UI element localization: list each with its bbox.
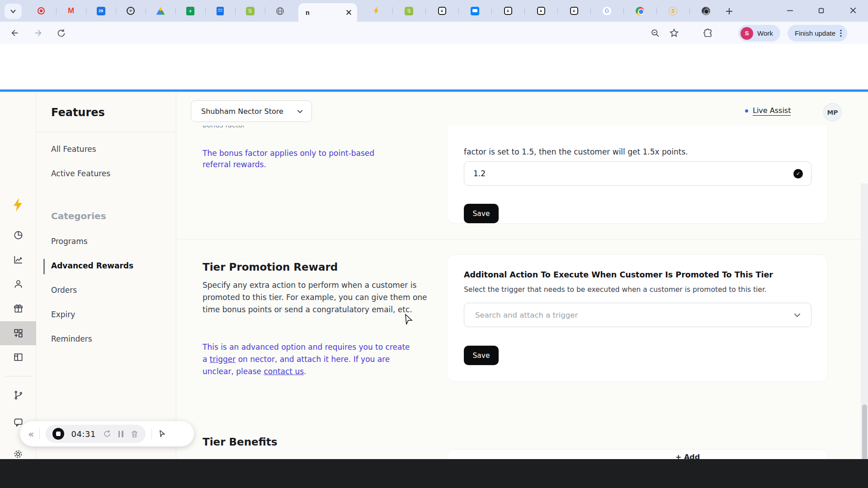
- pointer-icon: [158, 429, 167, 438]
- save-trigger-button[interactable]: Save: [464, 346, 499, 365]
- user-avatar[interactable]: MP: [823, 103, 842, 122]
- profile-chip[interactable]: S Work: [738, 25, 780, 42]
- sidebar-item-advanced-rewards[interactable]: Advanced Rewards: [51, 261, 133, 270]
- reload-button[interactable]: [54, 26, 68, 40]
- gift-icon: [13, 303, 24, 314]
- tab-screen-recorder[interactable]: [26, 0, 56, 22]
- extensions-button[interactable]: [700, 26, 716, 40]
- live-assist-link[interactable]: Live Assist: [745, 106, 791, 116]
- rail-item-analytics[interactable]: [0, 250, 36, 268]
- tab-chrome-dark[interactable]: [689, 0, 722, 22]
- app-header: Shubham Nector Store Live Assist MP: [176, 92, 868, 126]
- new-tab-button[interactable]: [722, 5, 736, 18]
- cursor-tool-button[interactable]: [158, 429, 167, 438]
- tab-nector-bolt[interactable]: [359, 0, 392, 22]
- rail-item-rewards[interactable]: [0, 299, 36, 317]
- rail-item-integrations[interactable]: [0, 386, 36, 404]
- tab-notebook-4[interactable]: +: [557, 0, 590, 22]
- swirl-icon: S: [669, 7, 677, 15]
- sidebar-title: Features: [51, 106, 105, 119]
- window-minimize-button[interactable]: [779, 0, 800, 21]
- bookmark-button[interactable]: [666, 26, 682, 40]
- tab-close-icon[interactable]: [346, 9, 352, 15]
- back-button[interactable]: [8, 26, 22, 40]
- finish-update-label: Finish update: [795, 29, 835, 37]
- tab-notebook-2[interactable]: +: [491, 0, 524, 22]
- trigger-select[interactable]: Search and attach a trigger: [464, 303, 811, 327]
- page-scrollbar-thumb[interactable]: [862, 404, 867, 459]
- pause-recording-button[interactable]: [118, 431, 123, 437]
- rail-item-settings[interactable]: [0, 445, 36, 459]
- browser-menu-icon[interactable]: [840, 30, 842, 37]
- bonus-factor-card: factor is set to 1.5, then the customer …: [447, 110, 828, 224]
- browser-tab-strip: M 29 ✳ + S n S + + + + G S: [0, 0, 868, 22]
- notebook-plus-icon: +: [537, 7, 545, 15]
- active-tab-nector[interactable]: n: [298, 3, 357, 22]
- shopify-icon: S: [246, 7, 255, 15]
- store-selector[interactable]: Shubham Nector Store: [191, 100, 312, 122]
- save-bonus-factor-button[interactable]: Save: [464, 204, 499, 223]
- finish-update-button[interactable]: Finish update: [788, 25, 847, 42]
- rail-item-customers[interactable]: [0, 275, 36, 293]
- tab-search-button[interactable]: [5, 4, 22, 19]
- sidebar-item-programs[interactable]: Programs: [51, 237, 88, 246]
- tab-shopify[interactable]: S: [235, 0, 265, 22]
- sidebar-item-active-features[interactable]: Active Features: [51, 169, 110, 178]
- search-tabs-button[interactable]: [647, 26, 663, 40]
- pie-chart-icon: [13, 230, 24, 240]
- notebook-plus-icon: +: [504, 7, 512, 15]
- live-dot-icon: [745, 109, 748, 113]
- gmail-icon: M: [66, 6, 75, 15]
- bonus-factor-helper-text: factor is set to 1.5, then the customer …: [464, 147, 688, 156]
- sidebar-item-expiry[interactable]: Expiry: [51, 310, 75, 319]
- rail-item-pages[interactable]: [0, 348, 36, 366]
- tab-docs[interactable]: [205, 0, 235, 22]
- tab-google[interactable]: G: [590, 0, 623, 22]
- valid-check-icon: ✓: [793, 169, 803, 178]
- stop-recording-button[interactable]: [52, 428, 64, 440]
- recorder-controls: 04:31: [46, 425, 145, 443]
- window-close-button[interactable]: [843, 0, 863, 21]
- window-maximize-button[interactable]: [811, 0, 831, 21]
- note-text: .: [304, 367, 306, 376]
- tier-benefits-heading: Tier Benefits: [203, 436, 277, 448]
- nector-logo[interactable]: [0, 196, 36, 214]
- chrome-dark-icon: [702, 7, 710, 15]
- nector-app: Features All Features Active Features Ca…: [0, 92, 868, 459]
- collapse-recorder-button[interactable]: «: [28, 428, 34, 440]
- recording-timer: 04:31: [71, 429, 95, 439]
- tab-sheets[interactable]: +: [175, 0, 205, 22]
- profile-name: Work: [757, 29, 773, 37]
- tab-swirl[interactable]: S: [656, 0, 689, 22]
- sidebar-item-orders[interactable]: Orders: [51, 286, 77, 295]
- star-icon: [669, 28, 679, 38]
- trigger-link[interactable]: trigger: [210, 355, 236, 364]
- tab-notebook-1[interactable]: +: [425, 0, 458, 22]
- tab-chrome[interactable]: [623, 0, 656, 22]
- tab-drive[interactable]: [146, 0, 175, 22]
- sidebar-item-all-features[interactable]: All Features: [51, 145, 96, 154]
- sidebar-item-reminders[interactable]: Reminders: [51, 334, 92, 343]
- tab-gmail[interactable]: M: [56, 0, 86, 22]
- tab-notebook-3[interactable]: +: [524, 0, 557, 22]
- tab-chatgpt[interactable]: ✳: [116, 0, 146, 22]
- additional-action-subtext: Select the trigger that needs to be exec…: [464, 286, 767, 294]
- additional-action-card: Additonal Action To Execute When Custome…: [447, 254, 828, 382]
- tab-globe[interactable]: [265, 0, 295, 22]
- shopify-icon: S: [405, 7, 413, 15]
- tab-calendar[interactable]: 29: [86, 0, 116, 22]
- forward-button[interactable]: [31, 26, 45, 40]
- additional-action-heading: Additonal Action To Execute When Custome…: [464, 270, 773, 279]
- windows-taskbar: 9+ 24°C Mostly cloudy Search X 3: [0, 459, 868, 488]
- bonus-factor-input[interactable]: 1.2 ✓: [464, 161, 811, 186]
- contact-us-link[interactable]: contact us: [264, 367, 304, 376]
- rail-item-features[interactable]: [0, 324, 36, 342]
- add-benefit-button[interactable]: + Add: [675, 453, 700, 459]
- bonus-factor-value[interactable]: 1.2: [473, 169, 793, 178]
- tab-shopify-2[interactable]: S: [392, 0, 425, 22]
- tab-chat[interactable]: [458, 0, 491, 22]
- rail-item-dashboard[interactable]: [0, 226, 36, 244]
- delete-recording-icon[interactable]: [130, 430, 139, 438]
- pinned-tabs-right: S + + + + G S: [359, 0, 722, 22]
- restart-recording-icon[interactable]: [103, 429, 112, 438]
